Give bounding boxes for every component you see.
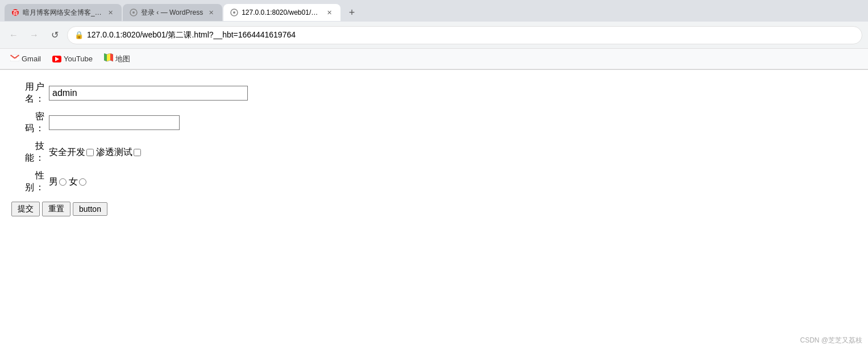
tab-3[interactable]: 127.0.0.1:8020/web01/第二课.h ✕: [223, 4, 340, 21]
bookmark-maps[interactable]: 地图: [99, 51, 135, 66]
skill-2-label: 渗透测试: [96, 147, 132, 158]
tab-3-title: 127.0.0.1:8020/web01/第二课.h: [242, 8, 321, 18]
tab-1[interactable]: 百 暗月博客网络安全博客_百度搜索 ✕: [5, 4, 122, 21]
svg-marker-10: [110, 53, 113, 61]
address-bar: ← → ↺ 🔒 127.0.0.1:8020/web01/第二课.html?__…: [0, 22, 868, 49]
maps-icon: [104, 53, 113, 64]
username-input[interactable]: [49, 86, 248, 101]
skill-2-checkbox[interactable]: [134, 149, 141, 156]
tab-2-title: 登录 ‹ — WordPress: [141, 8, 203, 18]
svg-text:百: 百: [13, 10, 19, 16]
skill-1-checkbox[interactable]: [86, 149, 94, 156]
svg-point-5: [233, 11, 235, 14]
bookmarks-bar: Gmail YouTube 地图: [0, 49, 868, 69]
buttons-row: 提交 重置 button: [11, 202, 857, 216]
forward-button[interactable]: →: [26, 27, 42, 43]
tab-2-favicon: [130, 9, 138, 16]
page-content: 用户名： 密 码： 技 能： 安全开发 渗透测试 性 别： 男 女 提交 重: [0, 70, 868, 331]
back-button[interactable]: ←: [6, 27, 22, 43]
tab-2-close[interactable]: ✕: [206, 8, 215, 17]
gmail-icon: [10, 55, 19, 63]
new-tab-button[interactable]: +: [344, 5, 360, 20]
gender-row: 性 别： 男 女: [11, 170, 857, 194]
gender-female-label: 女: [69, 176, 78, 188]
gender-female-radio[interactable]: [79, 178, 86, 186]
browser-chrome: 百 暗月博客网络安全博客_百度搜索 ✕ 登录 ‹ — WordPress ✕: [0, 0, 868, 70]
reset-button[interactable]: 重置: [42, 202, 70, 216]
gender-male-radio[interactable]: [59, 178, 67, 186]
password-row: 密 码：: [11, 111, 857, 135]
bookmark-gmail-label: Gmail: [22, 55, 41, 63]
skills-label: 技 能：: [11, 140, 45, 164]
skill-item-1: 安全开发: [49, 147, 94, 158]
tab-2[interactable]: 登录 ‹ — WordPress ✕: [123, 4, 222, 21]
svg-marker-9: [107, 53, 110, 61]
lock-icon: 🔒: [74, 31, 84, 39]
refresh-button[interactable]: ↺: [47, 27, 63, 43]
address-text: 127.0.0.1:8020/web01/第二课.html?__hbt=1664…: [87, 30, 855, 40]
bookmark-youtube-label: YouTube: [64, 55, 93, 63]
svg-point-3: [132, 11, 135, 14]
bookmark-youtube[interactable]: YouTube: [48, 52, 97, 65]
gender-female: 女: [69, 176, 86, 188]
tab-1-title: 暗月博客网络安全博客_百度搜索: [23, 8, 102, 18]
address-input-wrapper[interactable]: 🔒 127.0.0.1:8020/web01/第二课.html?__hbt=16…: [67, 26, 862, 44]
password-label: 密 码：: [11, 111, 45, 135]
username-row: 用户名：: [11, 81, 857, 105]
tab-3-close[interactable]: ✕: [325, 8, 334, 17]
svg-marker-8: [104, 53, 107, 61]
gender-label: 性 别：: [11, 170, 45, 194]
tab-bar: 百 暗月博客网络安全博客_百度搜索 ✕ 登录 ‹ — WordPress ✕: [0, 0, 868, 22]
bookmark-gmail[interactable]: Gmail: [6, 52, 45, 65]
skill-item-2: 渗透测试: [96, 147, 141, 158]
gender-male-label: 男: [49, 176, 58, 188]
youtube-icon: [52, 56, 61, 62]
username-label: 用户名：: [11, 81, 45, 105]
password-input[interactable]: [49, 115, 180, 130]
submit-button[interactable]: 提交: [11, 202, 40, 216]
button-button[interactable]: button: [73, 202, 107, 216]
tab-1-close[interactable]: ✕: [106, 8, 115, 17]
skill-1-label: 安全开发: [49, 147, 85, 158]
bookmark-maps-label: 地图: [115, 54, 130, 64]
skills-row: 技 能： 安全开发 渗透测试: [11, 140, 857, 164]
tab-3-favicon: [230, 9, 238, 16]
tab-1-favicon: 百: [11, 9, 19, 16]
gender-male: 男: [49, 176, 67, 188]
